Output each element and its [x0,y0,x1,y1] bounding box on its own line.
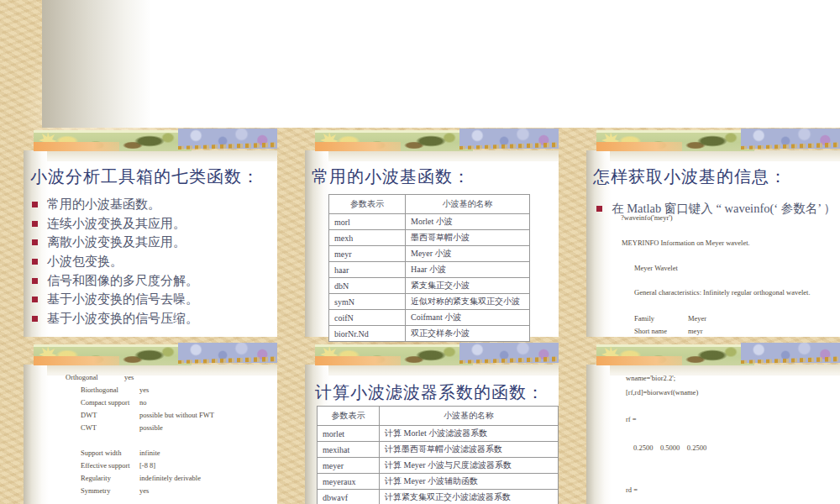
table-row: mexihat计算墨西哥草帽小波滤波器系数 [318,442,559,458]
list-item: 基于小波变换的信号压缩。 [32,309,267,328]
table-row: dbwavf计算紧支集双正交小波滤波器系数 [318,490,559,504]
slide-thumbnail-3[interactable]: 怎样获取小波基的信息： 在 Matlab 窗口键入 “ waveinfo(‘ 参… [571,129,840,337]
slide-title: 小波分析工具箱的七类函数： [30,165,260,188]
bullet-square-icon [32,297,38,302]
property-line: Orthogonalyes [66,373,134,381]
slide-thumbnail-2[interactable]: 常用的小波基函数： 参数表示小波基的名称 morlMorlet 小波 mexh墨… [290,129,559,337]
table-row: morlMorlet 小波 [329,214,530,230]
bullet-square-icon [32,278,38,284]
header-tab [47,150,277,161]
filter-functions-table: 参数表示小波基的名称 morlet计算 Morlet 小波滤波器系数 mexih… [317,406,559,504]
orange-stripe [315,356,401,365]
list-item: 信号和图像的多尺度分解。 [32,271,267,291]
table-row: meyeraux计算 Meyer 小波辅助函数 [318,474,559,490]
matlab-output-line: Meyer Wavelet [634,264,678,272]
leaf-collage-banner [34,130,192,151]
table-row: dbN紧支集正交小波 [329,278,530,294]
slide-thumbnail-5[interactable]: 计算小波滤波器系数的函数： 参数表示小波基的名称 morlet计算 Morlet… [290,343,559,504]
leaf-collage-banner [315,344,473,365]
slide-title: 常用的小波基函数： [312,165,470,188]
orange-stripe [596,356,682,365]
bullet-square-icon [32,239,38,245]
table-row: meyer计算 Meyer 小波与尺度滤波器系数 [318,458,559,474]
matlab-output-line: MEYRINFO Information on Meyer wavelet. [622,239,750,247]
bullet-list: 常用的小波基函数。 连续小波变换及其应用。 离散小波变换及其应用。 小波包变换。… [32,195,267,328]
slide-thumbnail-4[interactable]: Orthogonalyes Biorthogonalyes Compact su… [8,343,277,504]
matlab-output-values: 0.2500 0.5000 0.2500 [633,444,706,452]
orange-stripe [34,142,119,151]
top-margin [42,0,840,128]
bullet-square-icon [32,202,38,207]
table-header-row: 参数表示小波基的名称 [329,195,530,214]
table-row: coifNCoifmant 小波 [329,310,530,326]
slide-content-panel [586,365,840,504]
table-row: symN近似对称的紧支集双正交小波 [329,294,530,310]
slide-sorter-canvas: 小波分析工具箱的七类函数： 常用的小波基函数。 连续小波变换及其应用。 离散小波… [0,0,840,504]
property-line: Support widthinfinite [81,449,160,457]
matlab-command-line: [rf,rd]=biorwavf(wname) [626,388,698,396]
table-row: haarHaar 小波 [329,262,530,278]
slide-thumbnail-6[interactable]: wname='bior2.2'; [rf,rd]=biorwavf(wname)… [571,343,840,504]
orange-stripe [596,142,682,151]
list-item: 基于小波变换的信号去噪。 [32,290,267,309]
leaf-collage-banner [596,130,754,151]
matlab-output-line: rf = [626,415,637,423]
slide-title: 计算小波滤波器系数的函数： [315,381,544,404]
property-line: CWTpossible [81,423,163,432]
bullet-square-icon [596,206,602,212]
wavelet-bases-table: 参数表示小波基的名称 morlMorlet 小波 mexh墨西哥草帽小波 mey… [328,194,530,342]
list-item: 离散小波变换及其应用。 [32,233,267,252]
matlab-command-line: ?waveinfo('meyr') [621,213,673,222]
bullet-square-icon [32,316,38,322]
slide-title: 怎样获取小波基的信息： [593,165,787,188]
list-item: 连续小波变换及其应用。 [32,214,267,234]
table-row: morlet计算 Morlet 小波滤波器系数 [318,426,559,442]
header-tab [328,150,559,161]
leaf-collage-banner [596,344,754,365]
leaf-collage-banner [315,130,473,151]
table-row: biorNr.Nd双正交样条小波 [329,326,530,342]
property-line: Regularityindefinitely derivable [81,474,201,482]
table-row: meyrMeyer 小波 [329,246,530,262]
property-line: FamilyMeyer [634,314,706,323]
slide-thumbnail-1[interactable]: 小波分析工具箱的七类函数： 常用的小波基函数。 连续小波变换及其应用。 离散小波… [8,129,277,337]
leaf-collage-banner [34,344,192,365]
orange-stripe [315,142,401,151]
header-tab [328,365,559,375]
property-line: Compact supportno [81,398,147,407]
matlab-output-line: General characteristics: Infinitely regu… [634,288,811,297]
table-row: mexh墨西哥草帽小波 [329,230,530,246]
property-line: Symmetryyes [81,486,149,495]
table-header-row: 参数表示小波基的名称 [318,407,559,426]
header-tab [610,150,840,161]
matlab-command-line: wname='bior2.2'; [626,374,675,382]
list-item: 常用的小波基函数。 [32,195,267,214]
bullet-square-icon [32,221,38,227]
property-line: Biorthogonalyes [81,386,149,394]
matlab-output-line: rd = [626,486,638,494]
slide-content-panel [24,365,277,504]
orange-stripe [34,356,119,365]
list-item: 小波包变换。 [32,252,267,271]
property-line: Effective support[-8 8] [81,461,155,470]
bullet-square-icon [32,259,38,265]
property-line: DWTpossible but without FWT [81,411,214,419]
property-line: Short namemeyr [634,327,702,335]
